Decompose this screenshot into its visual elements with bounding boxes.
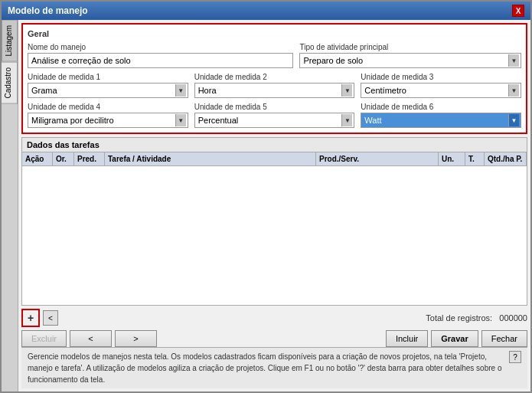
- col-header-un: Un.: [439, 152, 465, 165]
- action-bar: Excluir < > Incluir Gravar Fechar: [21, 330, 527, 347]
- action-next-button[interactable]: >: [115, 330, 157, 347]
- sidebar-tab-cadastro[interactable]: Cadastro: [2, 62, 18, 104]
- add-button[interactable]: +: [21, 309, 40, 327]
- group-un1: Unidade de medida 1 Grama ▼: [28, 73, 188, 98]
- tipo-label: Tipo de atividade principal: [299, 43, 521, 51]
- un3-select[interactable]: Centímetro ▼: [361, 83, 521, 98]
- form-row-2: Unidade de medida 1 Grama ▼ Unidade de m…: [28, 73, 521, 98]
- table-body: [22, 166, 527, 305]
- un2-select[interactable]: Hora ▼: [194, 83, 355, 98]
- nome-label: Nome do manejo: [28, 43, 293, 51]
- fechar-button[interactable]: Fechar: [481, 330, 527, 347]
- action-prev-button[interactable]: <: [70, 330, 112, 347]
- sidebar-tab-listagem[interactable]: Listagem: [2, 20, 18, 62]
- main-content: Geral Nome do manejo Tipo de atividade p…: [18, 20, 530, 391]
- group-un4: Unidade de medida 4 Miligrama por decili…: [28, 103, 188, 128]
- col-header-or: Or.: [53, 152, 74, 165]
- group-un2: Unidade de medida 2 Hora ▼: [194, 73, 355, 98]
- tipo-select[interactable]: Preparo de solo ▼: [299, 53, 521, 68]
- info-text: Gerencie modelos de manejos nesta tela. …: [28, 351, 506, 385]
- close-button[interactable]: X: [512, 5, 524, 17]
- table-header: Ação Or. Pred. Tarefa / Atividade Prod./…: [22, 152, 527, 166]
- col-header-pred: Pred.: [74, 152, 105, 165]
- un5-select[interactable]: Percentual ▼: [194, 113, 355, 128]
- title-bar: Modelo de manejo X: [2, 2, 530, 20]
- un6-arrow: ▼: [508, 114, 519, 126]
- un3-value: Centímetro: [363, 86, 508, 95]
- help-button[interactable]: ?: [509, 351, 521, 363]
- bottom-controls: + < Total de registros: 000000: [21, 309, 527, 327]
- total-label: Total de registros: 000000: [426, 313, 527, 323]
- un5-arrow: ▼: [341, 114, 352, 126]
- nav-prev-button[interactable]: <: [43, 310, 58, 326]
- dados-title: Dados das tarefas: [22, 138, 527, 152]
- geral-title: Geral: [28, 29, 521, 38]
- un1-value: Grama: [30, 86, 175, 95]
- group-nome: Nome do manejo: [28, 43, 293, 68]
- un4-label: Unidade de medida 4: [28, 103, 188, 111]
- un3-arrow: ▼: [508, 84, 519, 97]
- incluir-button[interactable]: Incluir: [386, 330, 428, 347]
- left-sidebar: Listagem Cadastro: [2, 20, 18, 391]
- tipo-arrow: ▼: [508, 54, 519, 67]
- main-window: Modelo de manejo X Listagem Cadastro Ger…: [0, 0, 532, 393]
- un6-value: Watt: [363, 116, 508, 125]
- col-header-acao: Ação: [22, 152, 53, 165]
- section-dados: Dados das tarefas Ação Or. Pred. Tarefa …: [21, 137, 527, 306]
- group-un5: Unidade de medida 5 Percentual ▼: [194, 103, 355, 128]
- un3-label: Unidade de medida 3: [361, 73, 521, 81]
- col-header-prod: Prod./Serv.: [316, 152, 439, 165]
- un6-label: Unidade de medida 6: [361, 103, 521, 111]
- group-tipo: Tipo de atividade principal Preparo de s…: [299, 43, 521, 68]
- un5-value: Percentual: [197, 116, 342, 125]
- un4-select[interactable]: Miligrama por decilitro ▼: [28, 113, 188, 128]
- window-body: Listagem Cadastro Geral Nome do manejo T…: [2, 20, 530, 391]
- col-header-tarefa: Tarefa / Atividade: [105, 152, 316, 165]
- tipo-value: Preparo de solo: [302, 56, 508, 65]
- form-row-1: Nome do manejo Tipo de atividade princip…: [28, 43, 521, 68]
- un1-label: Unidade de medida 1: [28, 73, 188, 81]
- un1-arrow: ▼: [175, 84, 186, 97]
- window-title: Modelo de manejo: [8, 5, 88, 16]
- gravar-button[interactable]: Gravar: [431, 330, 478, 347]
- excluir-button[interactable]: Excluir: [21, 330, 67, 347]
- total-value: 000000: [499, 313, 527, 323]
- un2-label: Unidade de medida 2: [194, 73, 355, 81]
- col-header-t: T.: [465, 152, 485, 165]
- un5-label: Unidade de medida 5: [194, 103, 355, 111]
- section-geral: Geral Nome do manejo Tipo de atividade p…: [21, 23, 527, 134]
- col-header-qtd: Qtd./ha P.: [485, 152, 527, 165]
- nome-input[interactable]: [28, 53, 293, 68]
- un1-select[interactable]: Grama ▼: [28, 83, 188, 98]
- group-un6: Unidade de medida 6 Watt ▼: [361, 103, 521, 128]
- form-row-3: Unidade de medida 4 Miligrama por decili…: [28, 103, 521, 128]
- info-bar: Gerencie modelos de manejos nesta tela. …: [21, 347, 527, 388]
- group-un3: Unidade de medida 3 Centímetro ▼: [361, 73, 521, 98]
- un6-select[interactable]: Watt ▼: [361, 113, 521, 128]
- un4-arrow: ▼: [175, 114, 186, 126]
- un2-arrow: ▼: [341, 84, 352, 97]
- un2-value: Hora: [197, 86, 342, 95]
- un4-value: Miligrama por decilitro: [30, 116, 175, 125]
